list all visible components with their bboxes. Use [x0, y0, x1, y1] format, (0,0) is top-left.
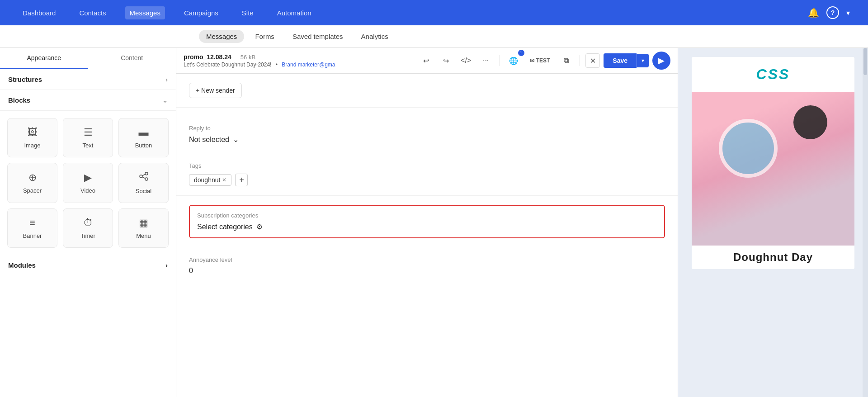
- test-icon: ✉: [530, 57, 534, 64]
- structures-section[interactable]: Structures ›: [0, 69, 176, 90]
- blocks-section-header[interactable]: Blocks ⌄: [0, 90, 176, 111]
- structures-label: Structures: [8, 76, 42, 83]
- editor-content: + New sender Reply to Not selected ⌄ Tag…: [176, 74, 678, 397]
- editor-info: promo_12.08.24 56 kB Let's Celebrate Dou…: [184, 53, 415, 68]
- block-video[interactable]: ▶ Video: [63, 163, 113, 203]
- svg-line-3: [142, 175, 145, 176]
- save-dropdown-button[interactable]: ▾: [637, 54, 649, 67]
- block-social-label: Social: [136, 188, 151, 194]
- modules-section[interactable]: Modules ›: [0, 255, 176, 275]
- preview-scrollbar[interactable]: [863, 48, 868, 397]
- block-spacer-label: Spacer: [23, 187, 42, 194]
- sender-section: + New sender: [176, 74, 678, 108]
- svg-point-1: [145, 172, 148, 175]
- tab-content[interactable]: Content: [88, 48, 176, 69]
- blocks-label: Blocks: [8, 96, 30, 104]
- bell-icon[interactable]: 🔔: [808, 7, 819, 18]
- spacer-icon: ⊕: [28, 172, 37, 184]
- subscription-label: Subscription categories: [197, 212, 657, 219]
- subnav-saved-templates[interactable]: Saved templates: [285, 30, 350, 43]
- block-spacer[interactable]: ⊕ Spacer: [7, 163, 57, 203]
- reply-to-select[interactable]: Not selected ⌄: [189, 135, 665, 144]
- annoyance-label: Annoyance level: [189, 256, 665, 263]
- preview-bottom-text: Doughnut Day: [692, 246, 854, 269]
- tag-value: doughnut: [194, 176, 220, 184]
- email-preview: CSS Doughnut Day: [692, 57, 854, 269]
- block-button[interactable]: ▬ Button: [118, 118, 169, 157]
- top-navigation: Dashboard Contacts Messages Campaigns Si…: [0, 0, 868, 25]
- code-button[interactable]: </>: [458, 52, 474, 69]
- test-label: TEST: [536, 57, 550, 64]
- tab-appearance[interactable]: Appearance: [0, 48, 88, 69]
- nav-automation[interactable]: Automation: [273, 6, 316, 19]
- timer-icon: ⏱: [83, 217, 93, 229]
- block-menu[interactable]: ▦ Menu: [118, 208, 169, 248]
- block-social[interactable]: Social: [118, 163, 169, 203]
- block-text[interactable]: ☰ Text: [63, 118, 113, 157]
- copy-button[interactable]: ⧉: [558, 52, 574, 69]
- text-icon: ☰: [84, 127, 93, 138]
- not-selected-value: Not selected: [189, 136, 229, 144]
- main-layout: Appearance Content Structures › Blocks ⌄…: [0, 48, 868, 397]
- tag-add-button[interactable]: +: [235, 174, 248, 186]
- help-icon[interactable]: ?: [826, 6, 839, 19]
- subnav-forms[interactable]: Forms: [248, 30, 282, 43]
- center-panel: promo_12.08.24 56 kB Let's Celebrate Dou…: [176, 48, 678, 397]
- block-banner[interactable]: ≡ Banner: [7, 208, 57, 248]
- subnav-messages[interactable]: Messages: [199, 30, 244, 43]
- block-banner-label: Banner: [23, 232, 42, 239]
- test-button[interactable]: ✉ TEST: [525, 55, 555, 66]
- redo-button[interactable]: ↪: [438, 52, 454, 69]
- preview-donut-image: [692, 92, 854, 246]
- more-button[interactable]: ···: [478, 52, 494, 69]
- banner-icon: ≡: [29, 217, 35, 229]
- save-button-group: Save ▾: [604, 53, 649, 68]
- annoyance-value: 0: [189, 267, 665, 275]
- reply-to-chevron: ⌄: [233, 135, 239, 144]
- new-sender-button[interactable]: + New sender: [189, 83, 242, 98]
- block-timer[interactable]: ⏱ Timer: [63, 208, 113, 248]
- social-icon: [139, 171, 149, 184]
- preview-header: CSS: [692, 57, 854, 92]
- blocks-chevron: ⌄: [162, 97, 168, 104]
- tag-doughnut: doughnut ✕: [189, 174, 231, 186]
- preview-content: CSS Doughnut Day: [678, 48, 868, 397]
- subnav-analytics[interactable]: Analytics: [354, 30, 396, 43]
- sidebar-tabs: Appearance Content: [0, 48, 176, 69]
- globe-button-wrap: 🌐 1: [505, 52, 522, 69]
- reply-to-section: Reply to Not selected ⌄: [176, 108, 678, 153]
- image-icon: 🖼: [28, 127, 38, 138]
- subscription-select[interactable]: Select categories ⚙: [197, 222, 657, 231]
- close-button[interactable]: ✕: [585, 53, 600, 68]
- nav-messages[interactable]: Messages: [125, 6, 165, 19]
- block-image[interactable]: 🖼 Image: [7, 118, 57, 157]
- subscription-gear-icon[interactable]: ⚙: [256, 222, 263, 231]
- subscription-section: Subscription categories Select categorie…: [189, 205, 665, 238]
- annoyance-section: Annoyance level 0: [176, 247, 678, 284]
- play-button[interactable]: ▶: [652, 52, 670, 70]
- structures-chevron: ›: [165, 76, 168, 83]
- top-nav-actions: 🔔 ? ▾: [808, 6, 850, 19]
- save-button[interactable]: Save: [604, 53, 637, 68]
- blocks-grid: 🖼 Image ☰ Text ▬ Button ⊕ Spacer ▶ Video: [0, 111, 176, 255]
- right-panel: CSS Doughnut Day: [678, 48, 868, 397]
- select-categories-label: Select categories: [197, 223, 253, 231]
- undo-button[interactable]: ↩: [418, 52, 434, 69]
- tag-remove-button[interactable]: ✕: [222, 177, 226, 183]
- modules-label: Modules: [8, 261, 36, 269]
- block-text-label: Text: [83, 142, 94, 149]
- left-sidebar: Appearance Content Structures › Blocks ⌄…: [0, 48, 176, 397]
- editor-toolbar: promo_12.08.24 56 kB Let's Celebrate Dou…: [176, 48, 678, 74]
- nav-campaigns[interactable]: Campaigns: [179, 6, 223, 19]
- button-icon: ▬: [139, 127, 149, 138]
- nav-dashboard[interactable]: Dashboard: [18, 6, 60, 19]
- sub-navigation: Messages Forms Saved templates Analytics: [0, 25, 868, 48]
- nav-site[interactable]: Site: [237, 6, 258, 19]
- tags-row: doughnut ✕ +: [189, 174, 665, 186]
- account-dropdown[interactable]: ▾: [846, 9, 850, 17]
- nav-contacts[interactable]: Contacts: [75, 6, 110, 19]
- menu-icon: ▦: [139, 217, 148, 229]
- toolbar-divider-1: [500, 55, 500, 66]
- block-button-label: Button: [135, 142, 152, 149]
- reply-to-label: Reply to: [189, 125, 665, 132]
